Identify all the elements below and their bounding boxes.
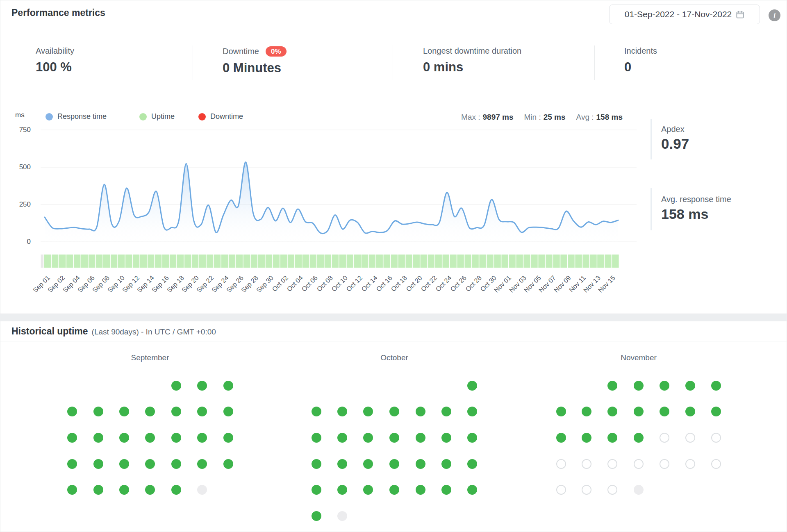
uptime-day-cell[interactable]	[44, 255, 51, 268]
date-range-picker[interactable]: 01-Sep-2022 - 17-Nov-2022	[609, 5, 760, 24]
uptime-day-cell[interactable]	[612, 255, 619, 268]
uptime-day-dot[interactable]	[711, 381, 721, 391]
uptime-day-cell[interactable]	[597, 255, 604, 268]
uptime-day-cell[interactable]	[288, 255, 294, 268]
uptime-day-cell[interactable]	[406, 255, 412, 268]
uptime-day-cell[interactable]	[531, 255, 537, 268]
uptime-day-dot[interactable]	[337, 433, 347, 443]
uptime-day-dot[interactable]	[389, 485, 399, 495]
uptime-day-cell[interactable]	[66, 255, 73, 268]
uptime-day-dot[interactable]	[197, 407, 207, 416]
uptime-day-dot[interactable]	[363, 407, 373, 416]
uptime-day-dot[interactable]	[556, 433, 566, 443]
uptime-day-cell[interactable]	[221, 255, 228, 268]
uptime-day-dot[interactable]	[145, 485, 155, 495]
uptime-day-dot[interactable]	[416, 433, 425, 443]
uptime-day-dot[interactable]	[467, 485, 477, 495]
uptime-day-cell[interactable]	[273, 255, 280, 268]
uptime-day-cell[interactable]	[96, 255, 102, 268]
uptime-day-cell[interactable]	[435, 255, 442, 268]
uptime-day-dot[interactable]	[685, 433, 695, 443]
uptime-day-dot[interactable]	[441, 433, 451, 443]
uptime-day-cell[interactable]	[295, 255, 302, 268]
uptime-day-cell[interactable]	[354, 255, 361, 268]
uptime-day-dot[interactable]	[467, 407, 477, 416]
uptime-day-dot[interactable]	[607, 433, 617, 443]
uptime-day-cell[interactable]	[575, 255, 582, 268]
uptime-day-cell[interactable]	[148, 255, 154, 268]
uptime-day-dot[interactable]	[416, 485, 425, 495]
uptime-day-dot[interactable]	[634, 433, 644, 443]
uptime-day-dot[interactable]	[197, 459, 207, 469]
uptime-day-dot[interactable]	[67, 433, 77, 443]
uptime-day-cell[interactable]	[184, 255, 191, 268]
uptime-day-dot[interactable]	[145, 459, 155, 469]
uptime-day-dot[interactable]	[312, 485, 321, 495]
uptime-day-dot[interactable]	[337, 407, 347, 416]
uptime-day-dot[interactable]	[171, 381, 181, 391]
uptime-day-dot[interactable]	[363, 433, 373, 443]
uptime-day-dot[interactable]	[171, 485, 181, 495]
uptime-day-dot[interactable]	[582, 485, 591, 495]
uptime-day-dot[interactable]	[556, 485, 566, 495]
uptime-day-dot[interactable]	[171, 407, 181, 416]
uptime-day-cell[interactable]	[236, 255, 243, 268]
uptime-day-dot[interactable]	[93, 433, 103, 443]
uptime-day-dot[interactable]	[223, 459, 233, 469]
uptime-day-dot[interactable]	[634, 459, 644, 469]
uptime-day-cell[interactable]	[162, 255, 169, 268]
uptime-day-cell[interactable]	[317, 255, 324, 268]
uptime-day-cell[interactable]	[103, 255, 110, 268]
uptime-day-dot[interactable]	[312, 459, 321, 469]
uptime-day-cell[interactable]	[362, 255, 368, 268]
uptime-day-dot[interactable]	[93, 485, 103, 495]
uptime-day-cell[interactable]	[214, 255, 221, 268]
uptime-day-dot[interactable]	[223, 433, 233, 443]
uptime-day-cell[interactable]	[479, 255, 486, 268]
uptime-day-cell[interactable]	[170, 255, 176, 268]
uptime-day-cell[interactable]	[457, 255, 464, 268]
uptime-day-dot[interactable]	[197, 485, 207, 495]
uptime-day-cell[interactable]	[243, 255, 250, 268]
uptime-day-cell[interactable]	[258, 255, 265, 268]
uptime-day-dot[interactable]	[660, 407, 669, 416]
uptime-day-dot[interactable]	[197, 433, 207, 443]
uptime-day-cell[interactable]	[111, 255, 117, 268]
uptime-day-dot[interactable]	[607, 459, 617, 469]
uptime-day-dot[interactable]	[312, 511, 321, 521]
uptime-day-cell[interactable]	[590, 255, 596, 268]
uptime-day-dot[interactable]	[607, 381, 617, 391]
uptime-day-cell[interactable]	[443, 255, 449, 268]
uptime-day-dot[interactable]	[337, 485, 347, 495]
uptime-day-dot[interactable]	[171, 433, 181, 443]
uptime-day-cell[interactable]	[192, 255, 198, 268]
uptime-day-dot[interactable]	[634, 407, 644, 416]
uptime-day-cell[interactable]	[509, 255, 515, 268]
uptime-day-dot[interactable]	[416, 459, 425, 469]
uptime-day-dot[interactable]	[119, 407, 129, 416]
uptime-day-dot[interactable]	[711, 433, 721, 443]
uptime-day-cell[interactable]	[74, 255, 80, 268]
uptime-day-cell[interactable]	[516, 255, 523, 268]
response-time-chart[interactable]	[0, 103, 664, 296]
uptime-day-dot[interactable]	[660, 459, 669, 469]
uptime-day-dot[interactable]	[389, 407, 399, 416]
uptime-day-cell[interactable]	[310, 255, 316, 268]
uptime-day-cell[interactable]	[421, 255, 427, 268]
uptime-day-cell[interactable]	[523, 255, 530, 268]
uptime-day-dot[interactable]	[634, 485, 644, 495]
uptime-day-dot[interactable]	[660, 381, 669, 391]
uptime-day-cell[interactable]	[464, 255, 471, 268]
uptime-day-dot[interactable]	[467, 433, 477, 443]
uptime-day-cell[interactable]	[428, 255, 434, 268]
uptime-day-dot[interactable]	[119, 459, 129, 469]
uptime-day-cell[interactable]	[347, 255, 353, 268]
uptime-day-dot[interactable]	[197, 381, 207, 391]
uptime-day-dot[interactable]	[119, 433, 129, 443]
uptime-day-cell[interactable]	[199, 255, 206, 268]
uptime-day-dot[interactable]	[556, 407, 566, 416]
uptime-day-cell[interactable]	[391, 255, 398, 268]
uptime-day-cell[interactable]	[369, 255, 375, 268]
uptime-day-cell[interactable]	[81, 255, 88, 268]
uptime-day-cell[interactable]	[605, 255, 611, 268]
